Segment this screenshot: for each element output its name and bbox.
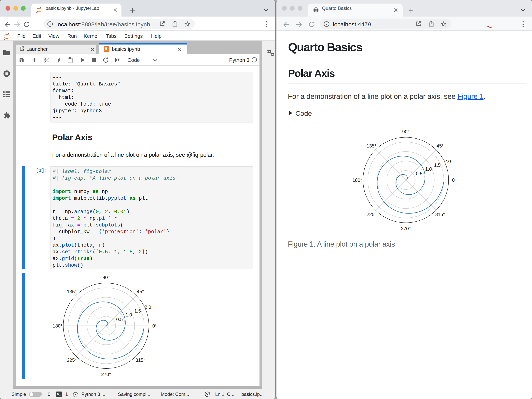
svg-text:45°: 45° (137, 289, 144, 294)
svg-text:180°: 180° (52, 323, 62, 328)
svg-text:0°: 0° (152, 323, 157, 328)
svg-text:180°: 180° (352, 178, 362, 183)
svg-text:270°: 270° (401, 226, 411, 231)
svg-text:1.0: 1.0 (125, 312, 132, 318)
svg-text:1.0: 1.0 (425, 166, 431, 172)
svg-text:45°: 45° (436, 143, 443, 148)
svg-text:90°: 90° (402, 129, 409, 134)
svg-text:0.5: 0.5 (416, 171, 422, 176)
svg-text:315°: 315° (135, 357, 145, 363)
svg-text:135°: 135° (366, 143, 376, 148)
svg-text:270°: 270° (101, 372, 111, 377)
svg-text:1.5: 1.5 (434, 162, 440, 168)
svg-text:2.0: 2.0 (144, 304, 151, 310)
svg-text:315°: 315° (435, 212, 445, 217)
svg-text:0°: 0° (452, 178, 456, 183)
svg-text:225°: 225° (366, 212, 376, 217)
svg-text:135°: 135° (67, 289, 76, 294)
svg-text:1.5: 1.5 (134, 308, 141, 313)
svg-text:90°: 90° (102, 275, 109, 280)
svg-text:225°: 225° (67, 357, 76, 363)
svg-text:2.0: 2.0 (444, 159, 450, 164)
svg-text:0.5: 0.5 (116, 317, 122, 322)
